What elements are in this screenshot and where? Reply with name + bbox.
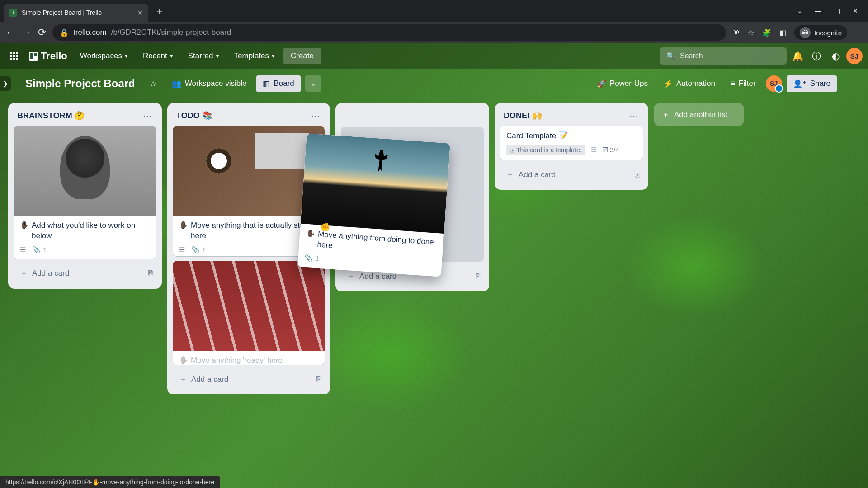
add-list-button[interactable]: ＋ Add another list: [654, 103, 744, 126]
chevron-down-icon: ▾: [125, 53, 127, 59]
svg-rect-4: [13, 55, 15, 57]
description-badge: ☰: [20, 246, 26, 254]
automation-button[interactable]: ⚡Automation: [658, 75, 721, 92]
board-member-avatar[interactable]: SJ: [766, 75, 782, 92]
eye-off-icon[interactable]: 👁: [732, 28, 740, 37]
card-template-icon[interactable]: ⎘: [148, 269, 153, 278]
add-card-button[interactable]: ＋Add a card: [504, 168, 558, 182]
rocket-icon: 🚀: [597, 79, 606, 89]
view-switcher-button[interactable]: ⌄: [305, 75, 321, 92]
account-avatar[interactable]: SJ: [846, 48, 863, 64]
share-button[interactable]: 👤⁺Share: [787, 75, 837, 92]
tab-favicon: T: [9, 9, 17, 17]
list-menu-button[interactable]: ⋯: [311, 110, 321, 121]
search-input[interactable]: [680, 52, 780, 60]
bolt-icon: ⚡: [663, 79, 673, 89]
star-board-button[interactable]: ☆: [144, 75, 162, 92]
board-view-button[interactable]: ▥ Board: [256, 75, 300, 92]
side-panel-icon[interactable]: ◧: [779, 28, 786, 37]
nav-workspaces[interactable]: Workspaces▾: [74, 48, 134, 64]
search-box[interactable]: 🔍: [660, 47, 787, 65]
lock-icon: 🔒: [60, 28, 69, 37]
list-title[interactable]: TODO 📚: [176, 111, 212, 121]
description-badge: ☰: [591, 146, 597, 154]
card-template-icon[interactable]: ⎘: [476, 272, 480, 281]
visibility-button[interactable]: 👥 Workspace visible: [166, 75, 252, 92]
trello-logo[interactable]: Trello: [25, 50, 71, 62]
address-bar[interactable]: 🔒 trello.com/b/GDR2OTKt/simple-project-b…: [52, 24, 726, 41]
card-template-icon[interactable]: ⎘: [635, 170, 639, 179]
template-icon: ⎘: [510, 146, 514, 154]
grab-cursor-icon: ✊: [320, 222, 330, 232]
list-menu-button[interactable]: ⋯: [143, 110, 153, 121]
nav-starred[interactable]: Starred▾: [182, 48, 225, 64]
window-controls: ⌄ ― ▢ ✕: [797, 7, 864, 14]
list-title[interactable]: BRAINSTORM 🤔: [17, 111, 85, 121]
minimize-icon[interactable]: ―: [815, 7, 821, 14]
list-title[interactable]: DONE! 🙌: [504, 111, 542, 121]
extensions-icon[interactable]: 🧩: [762, 28, 771, 37]
plus-icon: ＋: [662, 109, 670, 120]
card[interactable]: Card Template 📝 ⎘This card is a template…: [500, 126, 643, 160]
filter-button[interactable]: ≡Filter: [725, 75, 761, 92]
svg-rect-3: [10, 55, 12, 57]
people-icon: 👥: [172, 79, 181, 89]
forward-button[interactable]: →: [22, 27, 32, 38]
trello-header: Trello Workspaces▾ Recent▾ Starred▾ Temp…: [0, 43, 868, 69]
chrome-menu-icon[interactable]: ⋮: [855, 28, 863, 37]
svg-rect-5: [16, 55, 18, 57]
board-menu-button[interactable]: ⋯: [841, 75, 860, 92]
help-icon[interactable]: ⓘ: [808, 48, 825, 64]
tab-close-icon[interactable]: ✕: [137, 9, 143, 17]
card[interactable]: ✋🏿 Move anything 'ready' here: [173, 261, 325, 365]
list-menu-button[interactable]: ⋯: [629, 110, 639, 121]
theme-icon[interactable]: ◐: [827, 48, 844, 64]
power-ups-button[interactable]: 🚀Power-Ups: [591, 75, 653, 92]
hand-emoji-icon: ✋🏿: [306, 229, 316, 238]
expand-sidebar-button[interactable]: ❯: [0, 76, 11, 91]
board-header: ❯ Simple Project Board ☆ 👥 Workspace vis…: [0, 69, 868, 99]
card-text: Move anything 'ready' here: [191, 356, 283, 365]
incognito-badge[interactable]: 🕶 Incognito: [794, 25, 847, 40]
url-host: trello.com: [73, 28, 107, 37]
add-card-button[interactable]: ＋Add a card: [176, 372, 231, 386]
card-template-icon[interactable]: ⎘: [316, 375, 321, 384]
url-path: /b/GDR2OTKt/simple-project-board: [111, 28, 231, 37]
browser-tab[interactable]: T Simple Project Board | Trello ✕: [4, 4, 148, 22]
plus-icon: ＋: [347, 271, 355, 282]
new-tab-button[interactable]: ＋: [155, 4, 165, 18]
trello-logo-text: Trello: [41, 50, 67, 62]
hand-emoji-icon: ✋🏿: [179, 356, 188, 364]
card-cover-image: [14, 126, 156, 216]
board-icon: ▥: [263, 79, 270, 89]
dragging-card[interactable]: ✎ ⋯ ✋🏿 Move anything from doing to done …: [297, 133, 450, 277]
trello-logo-icon: [29, 52, 38, 61]
filter-icon: ≡: [731, 79, 735, 88]
tab-search-icon[interactable]: ⌄: [797, 7, 802, 14]
bookmark-star-icon[interactable]: ☆: [748, 28, 754, 37]
close-window-icon[interactable]: ✕: [853, 7, 858, 14]
hand-emoji-icon: ✋🏿: [20, 221, 29, 229]
add-card-button[interactable]: ＋Add a card: [17, 267, 72, 281]
nav-templates[interactable]: Templates▾: [228, 48, 281, 64]
chevron-down-icon: ▾: [170, 53, 173, 59]
svg-rect-7: [13, 58, 15, 60]
create-button[interactable]: Create: [283, 48, 321, 64]
svg-rect-6: [10, 58, 12, 60]
checklist-badge: ☑ 3/4: [602, 146, 619, 154]
attachment-badge: 📎 1: [304, 253, 320, 263]
board-title[interactable]: Simple Project Board: [21, 77, 140, 90]
back-button[interactable]: ←: [5, 27, 15, 38]
plus-icon: ＋: [179, 374, 187, 385]
card[interactable]: ✋🏿 Add what you'd like to work on below …: [14, 126, 156, 259]
card-text: Move anything from doing to done here: [317, 230, 438, 258]
notifications-icon[interactable]: 🔔: [789, 48, 806, 64]
maximize-icon[interactable]: ▢: [834, 7, 840, 14]
chevron-down-icon: ▾: [216, 53, 219, 59]
attachment-badge: 📎 1: [32, 246, 47, 254]
nav-recent[interactable]: Recent▾: [137, 48, 179, 64]
reload-button[interactable]: ⟳: [38, 27, 46, 38]
incognito-icon: 🕶: [800, 27, 811, 38]
app-switcher-icon[interactable]: [5, 49, 23, 63]
search-icon: 🔍: [666, 52, 675, 61]
